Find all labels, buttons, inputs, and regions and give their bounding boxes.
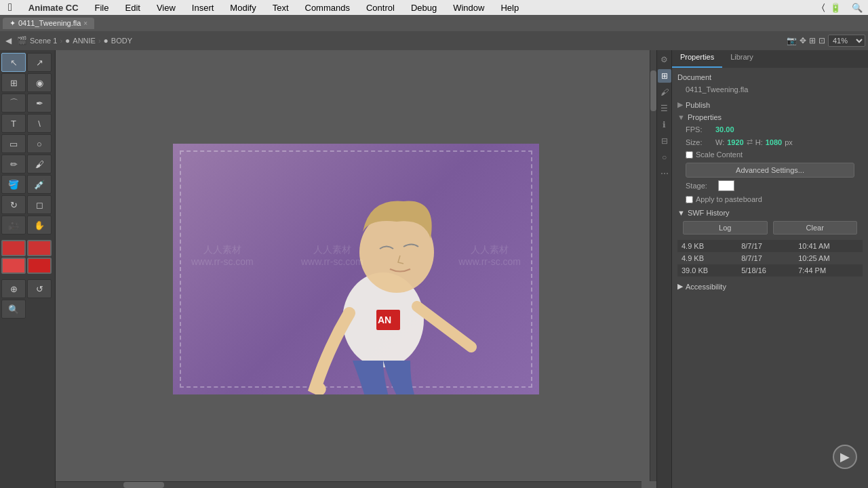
document-section-header[interactable]: Document xyxy=(677,73,863,81)
eyedropper-tool[interactable]: 💉 xyxy=(27,175,52,194)
tab-library[interactable]: Library xyxy=(722,50,762,68)
tool-row-colors2 xyxy=(1,258,54,274)
app-name[interactable]: Animate CC xyxy=(26,3,81,13)
swf-buttons-row: Log Clear xyxy=(683,221,857,235)
grid2-icon[interactable]: ⊟ xyxy=(658,134,671,148)
hand-tool[interactable]: ✋ xyxy=(27,216,52,235)
back-button[interactable]: ◀ xyxy=(3,35,14,47)
ellipse-tool[interactable]: ○ xyxy=(27,134,52,153)
menu-text[interactable]: Text xyxy=(270,3,292,13)
publish-label: Publish xyxy=(686,101,710,109)
fill-color[interactable] xyxy=(1,240,26,256)
dots-icon[interactable]: ⋯ xyxy=(658,167,671,180)
subselect-tool[interactable]: ↗ xyxy=(27,53,52,72)
text-tool[interactable]: T xyxy=(1,114,26,133)
menu-commands[interactable]: Commands xyxy=(302,3,353,13)
rect-tool[interactable]: ▭ xyxy=(1,134,26,153)
tab-bar: ✦ 0411_Tweening.fla × xyxy=(0,15,868,31)
menu-modify[interactable]: Modify xyxy=(227,3,258,13)
watermark-left: 人人素材www.rr-sc.com xyxy=(191,244,254,267)
menu-edit[interactable]: Edit xyxy=(122,3,142,13)
scale-content-label: Scale Content xyxy=(696,150,743,159)
pencil-tool[interactable]: ✏ xyxy=(1,155,26,174)
advanced-settings-button[interactable]: Advanced Settings... xyxy=(686,163,854,178)
body-label[interactable]: BODY xyxy=(111,37,132,45)
panel-content: Document 0411_Tweening.fla ▶ Publish ▼ P… xyxy=(672,68,868,488)
smooth-tool[interactable]: ◉ xyxy=(27,73,52,92)
width-value[interactable]: 1920 xyxy=(727,138,743,146)
accessibility-section: ▶ Accessibility xyxy=(677,282,863,291)
tool-row-6: ✏ 🖌 xyxy=(1,155,54,174)
stage-color-swatch[interactable] xyxy=(718,180,734,191)
scene-film-icon: 🎬 xyxy=(17,36,27,45)
swf-history-row: 4.9 KB8/7/1710:25 AM xyxy=(677,252,863,264)
stage-canvas[interactable]: AN 人人素材www.rr-sc.com 人人素材www.rr-sc.com 人… xyxy=(173,144,539,394)
props-arrow: ▼ xyxy=(677,113,685,121)
free-transform-tool[interactable]: ⊞ xyxy=(1,73,26,92)
move-icon[interactable]: ✥ xyxy=(800,36,806,45)
clear-button[interactable]: Clear xyxy=(773,221,858,235)
pasteboard-row: Apply to pasteboard xyxy=(686,195,863,203)
canvas-area: AN 人人素材www.rr-sc.com 人人素材www.rr-sc.com 人… xyxy=(56,50,656,488)
large-play-button[interactable]: ▶ xyxy=(833,445,857,469)
tool-row-colors xyxy=(1,240,54,256)
fill-color2[interactable] xyxy=(1,258,26,274)
pasteboard-checkbox[interactable] xyxy=(686,196,693,203)
menu-control[interactable]: Control xyxy=(363,3,397,13)
properties-section-header[interactable]: ▼ Properties xyxy=(677,113,863,121)
menu-debug[interactable]: Debug xyxy=(408,3,439,13)
accessibility-header[interactable]: ▶ Accessibility xyxy=(677,282,863,291)
scale-content-checkbox[interactable] xyxy=(686,151,693,159)
annie-label[interactable]: ANNIE xyxy=(73,37,96,45)
right-panel: Properties Library Document 0411_Tweenin… xyxy=(671,50,868,488)
stroke-color2[interactable] xyxy=(27,258,52,274)
camera-icon[interactable]: 📷 xyxy=(787,36,797,45)
menu-window[interactable]: Window xyxy=(450,3,487,13)
fit-icon[interactable]: ⊞ xyxy=(809,36,816,45)
lasso-tool[interactable]: ⌒ xyxy=(1,94,26,113)
swap-dimensions-icon[interactable]: ⇄ xyxy=(747,138,753,146)
stroke-color[interactable] xyxy=(27,240,52,256)
rotate2-tool[interactable]: ↺ xyxy=(27,279,52,298)
menu-insert[interactable]: Insert xyxy=(189,3,217,13)
camera-tool[interactable]: 🎥 xyxy=(1,216,26,235)
publish-section-header[interactable]: ▶ Publish xyxy=(677,100,863,109)
menu-help[interactable]: Help xyxy=(498,3,521,13)
character-icon: ● xyxy=(65,36,70,45)
circle-icon[interactable]: ○ xyxy=(658,150,671,164)
menu-file[interactable]: File xyxy=(92,3,112,13)
tab-close-button[interactable]: × xyxy=(83,20,87,27)
snap-tool[interactable]: ⊕ xyxy=(1,279,26,298)
tab-icon: ✦ xyxy=(9,19,16,28)
pen-tool[interactable]: ✒ xyxy=(27,94,52,113)
paint-bucket-tool[interactable]: 🪣 xyxy=(1,175,26,194)
properties-icon[interactable]: ⚙ xyxy=(658,53,671,66)
canvas-horizontal-scrollbar[interactable] xyxy=(56,481,642,488)
active-tab[interactable]: ✦ 0411_Tweening.fla × xyxy=(3,18,94,29)
zoom-select[interactable]: 41%25%50%75%100% xyxy=(828,35,865,47)
menu-view[interactable]: View xyxy=(154,3,178,13)
info-icon[interactable]: ℹ xyxy=(658,118,671,131)
grid-icon[interactable]: ⊞ xyxy=(658,69,671,83)
search-icon[interactable]: 🔍 xyxy=(852,3,863,13)
height-value[interactable]: 1080 xyxy=(766,138,782,146)
line-tool[interactable]: \ xyxy=(27,114,52,133)
tool-row-7: 🪣 💉 xyxy=(1,175,54,194)
tab-properties[interactable]: Properties xyxy=(672,50,722,68)
apple-menu[interactable]:  xyxy=(5,1,15,14)
crop-icon[interactable]: ⊡ xyxy=(818,36,825,45)
fps-value[interactable]: 30.00 xyxy=(715,125,734,134)
select-tool[interactable]: ↖ xyxy=(1,53,26,72)
swf-history-header[interactable]: ▼ SWF History xyxy=(677,209,863,217)
zoom-tool[interactable]: 🔍 xyxy=(1,300,26,319)
canvas-vertical-scrollbar[interactable] xyxy=(650,50,656,481)
brush-tool[interactable]: 🖌 xyxy=(27,155,52,174)
layers-icon[interactable]: ☰ xyxy=(658,102,671,115)
eraser-tool[interactable]: ◻ xyxy=(27,195,52,214)
menu-bar:  Animate CC File Edit View Insert Modif… xyxy=(0,0,868,15)
brush-icon2[interactable]: 🖌 xyxy=(658,85,671,99)
scene-label[interactable]: Scene 1 xyxy=(30,37,57,45)
log-button[interactable]: Log xyxy=(683,221,768,235)
w-label: W: xyxy=(715,138,724,146)
rotate-tool[interactable]: ↻ xyxy=(1,195,26,214)
